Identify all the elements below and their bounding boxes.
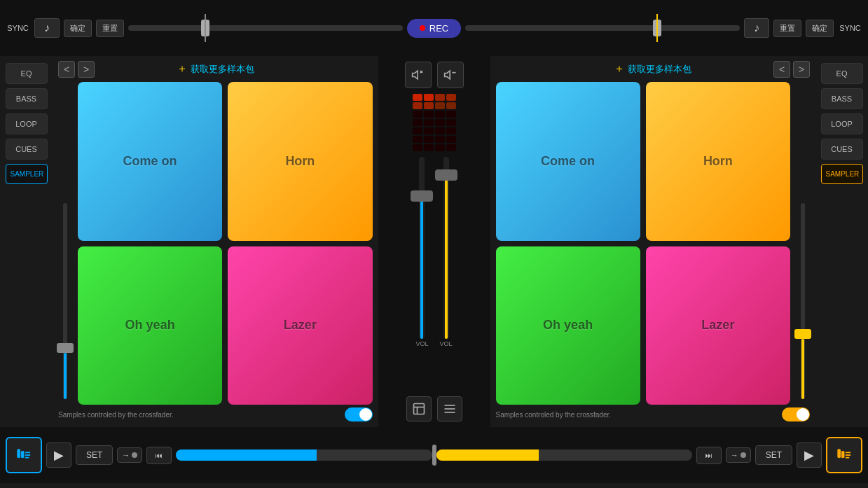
transport-music-btn-left[interactable] bbox=[6, 437, 42, 473]
right-pad-horn[interactable]: Horn bbox=[646, 82, 790, 241]
svg-rect-11 bbox=[18, 449, 20, 458]
eq-box bbox=[424, 144, 434, 151]
right-slider-container bbox=[465, 7, 740, 49]
left-pad-oh-yeah[interactable]: Oh yeah bbox=[78, 246, 222, 405]
main-area: EQ BASS LOOP CUES SAMPLER < > ＋ 获取更多样本包 bbox=[0, 56, 868, 427]
left-fader-handle[interactable] bbox=[57, 343, 74, 353]
progress-fill-right bbox=[436, 449, 539, 461]
mixer-vol-left-btn[interactable] bbox=[405, 62, 432, 88]
eq-btn-right[interactable]: EQ bbox=[821, 63, 863, 84]
play-btn-right[interactable]: ▶ bbox=[797, 442, 822, 468]
left-deck-bottom: Samples controled by the crossfader. bbox=[58, 407, 373, 421]
right-vol-fader[interactable] bbox=[796, 82, 810, 405]
eq-box bbox=[435, 136, 445, 143]
reset-btn-right[interactable]: 重置 bbox=[773, 20, 801, 37]
right-nav-next[interactable]: > bbox=[793, 61, 810, 78]
left-pad-lazer[interactable]: Lazer bbox=[228, 246, 372, 405]
right-pad-oh-yeah[interactable]: Oh yeah bbox=[496, 246, 640, 405]
eq-box bbox=[424, 127, 434, 134]
play-btn-left[interactable]: ▶ bbox=[46, 442, 71, 468]
confirm-btn-left[interactable]: 确定 bbox=[64, 20, 92, 37]
loop-btn-left[interactable]: LOOP bbox=[6, 113, 48, 134]
left-toggle-switch[interactable] bbox=[345, 407, 373, 421]
right-get-more[interactable]: ＋ 获取更多样本包 bbox=[614, 62, 691, 76]
eq-row-2 bbox=[387, 102, 482, 109]
svg-rect-12 bbox=[21, 452, 24, 458]
mixer-ad-btn[interactable] bbox=[406, 396, 432, 421]
left-pads-area: Come on Horn Oh yeah Lazer bbox=[58, 82, 373, 405]
skip-btn-left[interactable]: ⏮ bbox=[146, 447, 172, 464]
eq-box bbox=[413, 94, 422, 101]
fader-left-fill bbox=[420, 199, 423, 339]
rec-button[interactable]: REC bbox=[407, 19, 461, 38]
left-vol-fader[interactable] bbox=[58, 82, 72, 405]
reset-btn-left[interactable]: 重置 bbox=[96, 20, 124, 37]
cues-btn-right[interactable]: CUES bbox=[821, 139, 863, 160]
svg-rect-5 bbox=[413, 404, 424, 414]
left-get-more[interactable]: ＋ 获取更多样本包 bbox=[177, 62, 254, 76]
right-toggle-switch[interactable] bbox=[782, 407, 810, 421]
left-nav-prev[interactable]: < bbox=[58, 61, 75, 78]
right-nav-prev[interactable]: < bbox=[773, 61, 790, 78]
progress-bar-left[interactable] bbox=[176, 449, 432, 461]
loop-btn-right[interactable]: LOOP bbox=[821, 113, 863, 134]
mixer-vol-right-btn[interactable] bbox=[437, 62, 464, 88]
mixer-fader-right-track[interactable] bbox=[443, 157, 449, 339]
sampler-btn-right[interactable]: SAMPLER bbox=[821, 164, 863, 184]
right-slider-track[interactable] bbox=[465, 25, 740, 31]
eq-box bbox=[413, 111, 422, 118]
fader-right-fill bbox=[445, 178, 448, 339]
music-btn-right[interactable]: ♪ bbox=[744, 18, 769, 38]
left-deck-header: < > ＋ 获取更多样本包 bbox=[58, 62, 373, 76]
left-deck: < > ＋ 获取更多样本包 Come on bbox=[53, 56, 378, 427]
eq-box bbox=[435, 127, 445, 134]
right-fader-track[interactable] bbox=[801, 203, 805, 399]
mixer-menu-btn[interactable] bbox=[437, 396, 462, 421]
rec-dot bbox=[420, 25, 425, 31]
bass-btn-left[interactable]: BASS bbox=[6, 88, 48, 109]
left-nav-next[interactable]: > bbox=[78, 61, 95, 78]
cues-btn-left[interactable]: CUES bbox=[6, 139, 48, 160]
left-pad-come-on-label: Come on bbox=[123, 154, 177, 169]
mixer-fader-left-handle[interactable] bbox=[411, 190, 433, 202]
mixer-fader-right-handle[interactable] bbox=[435, 169, 457, 181]
eq-box bbox=[424, 94, 434, 101]
eq-btn-left[interactable]: EQ bbox=[6, 63, 48, 84]
skip-btn-right[interactable]: ⏭ bbox=[696, 447, 722, 464]
eq-box bbox=[435, 144, 445, 151]
top-bar-right: ♪ 重置 确定 SYNC bbox=[744, 18, 862, 38]
left-pad-lazer-label: Lazer bbox=[284, 318, 317, 333]
progress-area bbox=[176, 445, 691, 466]
bass-btn-right[interactable]: BASS bbox=[821, 88, 863, 109]
sampler-btn-left[interactable]: SAMPLER bbox=[6, 164, 48, 184]
left-pad-horn-label: Horn bbox=[285, 154, 315, 169]
left-fader-track[interactable] bbox=[63, 203, 67, 399]
eq-row-1 bbox=[387, 94, 482, 101]
eq-box bbox=[446, 111, 456, 118]
right-fader-handle[interactable] bbox=[794, 329, 811, 339]
plus-icon-left: ＋ bbox=[177, 62, 188, 76]
eq-box bbox=[446, 94, 456, 101]
transport-music-btn-right[interactable] bbox=[826, 437, 862, 473]
mixer-fader-left-track[interactable] bbox=[419, 157, 425, 339]
music-btn-left[interactable]: ♪ bbox=[34, 18, 60, 38]
set-btn-right[interactable]: SET bbox=[755, 445, 792, 465]
progress-bar-right[interactable] bbox=[436, 449, 692, 461]
eq-row-3 bbox=[387, 111, 482, 118]
arrow-right-left[interactable]: → bbox=[117, 447, 142, 463]
right-pad-lazer[interactable]: Lazer bbox=[646, 246, 790, 405]
arrow-right-btn[interactable]: → bbox=[726, 447, 751, 463]
left-pad-horn[interactable]: Horn bbox=[228, 82, 372, 241]
right-crossfader-label: Samples controled by the crossfader. bbox=[496, 411, 612, 419]
right-pad-come-on[interactable]: Come on bbox=[496, 82, 640, 241]
left-pad-come-on[interactable]: Come on bbox=[78, 82, 222, 241]
eq-box bbox=[424, 111, 434, 118]
confirm-btn-right[interactable]: 确定 bbox=[806, 20, 834, 37]
set-btn-left[interactable]: SET bbox=[76, 445, 113, 465]
svg-marker-0 bbox=[412, 71, 418, 79]
arrow-dot-right bbox=[740, 452, 746, 458]
svg-rect-16 bbox=[838, 449, 841, 458]
left-slider-track[interactable] bbox=[128, 25, 403, 31]
left-get-more-label: 获取更多样本包 bbox=[191, 63, 254, 76]
eq-box bbox=[413, 127, 422, 134]
